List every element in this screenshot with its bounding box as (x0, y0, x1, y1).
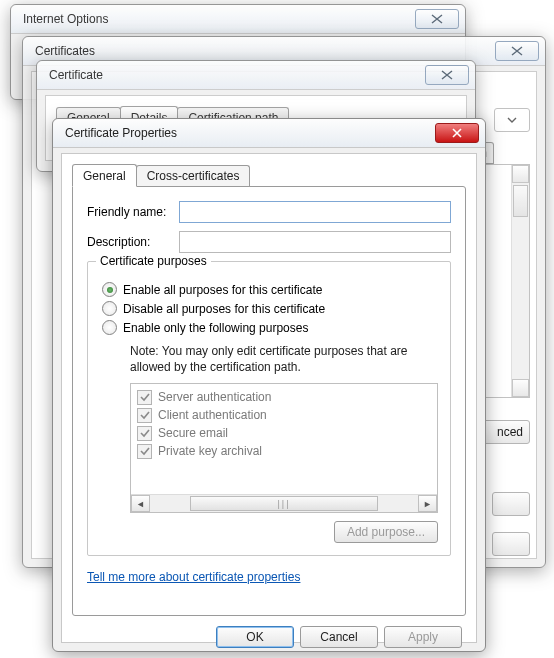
checkbox-disabled (137, 408, 152, 423)
radio-disable-all[interactable] (102, 301, 117, 316)
radio-enable-all-row[interactable]: Enable all purposes for this certificate (102, 282, 438, 297)
titlebar-internet-options: Internet Options (11, 5, 465, 34)
certificate-purposes-group: Certificate purposes Enable all purposes… (87, 261, 451, 556)
dropdown-button[interactable] (494, 108, 530, 132)
chevron-down-icon (507, 117, 517, 123)
list-item-label: Private key archival (158, 444, 262, 458)
scroll-right-icon[interactable]: ► (418, 495, 437, 512)
button-fragment-1[interactable] (492, 492, 530, 516)
scroll-left-icon[interactable]: ◄ (131, 495, 150, 512)
dialog-footer: OK Cancel Apply (62, 616, 476, 648)
button-fragment-2[interactable] (492, 532, 530, 556)
ok-button[interactable]: OK (216, 626, 294, 648)
tab-general[interactable]: General (72, 164, 137, 187)
list-item: Private key archival (137, 442, 417, 460)
add-purpose-button[interactable]: Add purpose... (334, 521, 438, 543)
scrollbar-horizontal[interactable]: ◄ ||| ► (131, 494, 437, 512)
title-certificates: Certificates (35, 44, 95, 58)
friendly-name-label: Friendly name: (87, 205, 179, 219)
scroll-thumb[interactable] (513, 185, 528, 217)
radio-enable-only-label: Enable only the following purposes (123, 321, 308, 335)
radio-enable-only[interactable] (102, 320, 117, 335)
titlebar-cert-props: Certificate Properties (53, 119, 485, 148)
radio-enable-all-label: Enable all purposes for this certificate (123, 283, 322, 297)
list-item-label: Client authentication (158, 408, 267, 422)
checkbox-disabled (137, 390, 152, 405)
friendly-name-input[interactable] (179, 201, 451, 223)
description-input[interactable] (179, 231, 451, 253)
cancel-button[interactable]: Cancel (300, 626, 378, 648)
tab-cross-certificates[interactable]: Cross-certificates (136, 165, 251, 186)
scroll-track[interactable]: ||| (150, 496, 418, 511)
props-tabs: General Cross-certificates Friendly name… (72, 164, 466, 616)
checkbox-disabled (137, 444, 152, 459)
window-certificate-properties: Certificate Properties General Cross-cer… (52, 118, 486, 652)
close-button[interactable] (435, 123, 479, 143)
list-item: Server authentication (137, 388, 417, 406)
body-cert-props: General Cross-certificates Friendly name… (61, 153, 477, 643)
tabpanel-general: Friendly name: Description: Certificate … (72, 186, 466, 616)
checkbox-disabled (137, 426, 152, 441)
scrollbar-vertical[interactable] (511, 165, 529, 397)
description-label: Description: (87, 235, 179, 249)
title-certificate: Certificate (49, 68, 103, 82)
close-icon (450, 128, 464, 138)
purposes-note: Note: You may only edit certificate purp… (130, 343, 438, 375)
radio-enable-only-row[interactable]: Enable only the following purposes (102, 320, 438, 335)
list-item: Secure email (137, 424, 417, 442)
purposes-listbox: Server authenticationClient authenticati… (130, 383, 438, 513)
list-item: Client authentication (137, 406, 417, 424)
close-icon[interactable] (495, 41, 539, 61)
list-item-label: Server authentication (158, 390, 271, 404)
apply-button[interactable]: Apply (384, 626, 462, 648)
scroll-down-icon[interactable] (512, 379, 529, 397)
radio-disable-all-label: Disable all purposes for this certificat… (123, 302, 325, 316)
radio-enable-all[interactable] (102, 282, 117, 297)
close-icon[interactable] (425, 65, 469, 85)
title-internet-options: Internet Options (23, 12, 108, 26)
close-icon[interactable] (415, 9, 459, 29)
group-legend: Certificate purposes (96, 254, 211, 268)
list-item-label: Secure email (158, 426, 228, 440)
scroll-up-icon[interactable] (512, 165, 529, 183)
titlebar-certificate: Certificate (37, 61, 475, 90)
radio-disable-all-row[interactable]: Disable all purposes for this certificat… (102, 301, 438, 316)
title-cert-props: Certificate Properties (65, 126, 177, 140)
scroll-thumb[interactable]: ||| (190, 496, 378, 511)
help-link[interactable]: Tell me more about certificate propertie… (87, 570, 300, 584)
